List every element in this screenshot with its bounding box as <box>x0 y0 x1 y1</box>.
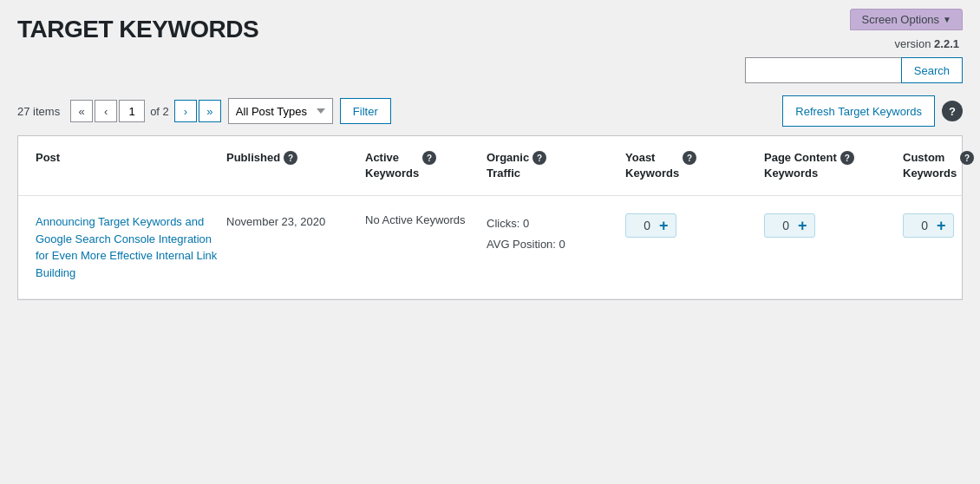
clicks-value: Clicks: 0 <box>487 213 625 233</box>
custom-add-button[interactable]: + <box>935 218 948 233</box>
page-content-help-icon[interactable]: ? <box>840 151 854 165</box>
page-number-input[interactable] <box>119 100 145 122</box>
cell-yoast-keywords: 0 + <box>625 213 764 238</box>
first-page-button[interactable]: « <box>70 100 93 122</box>
screen-options-button[interactable]: Screen Options ▼ <box>850 9 963 30</box>
next-page-button[interactable]: › <box>174 100 197 122</box>
top-right-panel: Screen Options ▼ version 2.2.1 Search <box>745 9 963 83</box>
prev-page-button[interactable]: ‹ <box>95 100 117 122</box>
cell-post: Announcing Target Keywords and Google Se… <box>36 213 226 281</box>
version-number: 2.2.1 <box>934 37 959 50</box>
yoast-count: 0 <box>631 219 657 232</box>
version-label: version 2.2.1 <box>895 37 959 50</box>
custom-count: 0 <box>909 219 935 232</box>
post-title-link[interactable]: Announcing Target Keywords and Google Se… <box>36 215 217 279</box>
col-header-page-content-keywords: Page ContentKeywords ? <box>764 150 903 181</box>
page-content-add-button[interactable]: + <box>796 218 809 233</box>
col-header-post: Post <box>36 150 226 181</box>
active-keywords-help-icon[interactable]: ? <box>422 151 436 165</box>
cell-page-content-keywords: 0 + <box>764 213 903 238</box>
page-of-text: of 2 <box>150 105 169 118</box>
custom-keywords-counter: 0 + <box>903 213 954 238</box>
organic-traffic-help-icon[interactable]: ? <box>532 151 546 165</box>
organic-traffic-values: Clicks: 0 AVG Position: 0 <box>487 213 625 254</box>
table-header: Post Published ? ActiveKeywords ? Organi… <box>18 136 962 196</box>
col-active-keywords-label: ActiveKeywords <box>365 150 419 181</box>
toolbar-right: Refresh Target Keywords ? <box>782 95 963 127</box>
yoast-keywords-counter: 0 + <box>625 213 676 238</box>
screen-options-arrow-icon: ▼ <box>943 15 951 24</box>
col-published-label: Published <box>226 150 280 166</box>
table-row: Announcing Target Keywords and Google Se… <box>18 196 962 299</box>
cell-organic-traffic: Clicks: 0 AVG Position: 0 <box>487 213 625 254</box>
help-icon[interactable]: ? <box>942 101 963 121</box>
col-organic-traffic-label: OrganicTraffic <box>487 150 529 181</box>
cell-custom-keywords: 0 + <box>903 213 980 238</box>
published-help-icon[interactable]: ? <box>284 151 297 165</box>
search-button[interactable]: Search <box>901 57 963 83</box>
screen-options-label: Screen Options <box>861 13 939 26</box>
page-wrapper: TARGET KEYWORDS Screen Options ▼ version… <box>0 0 980 300</box>
col-page-content-label: Page ContentKeywords <box>764 150 837 181</box>
col-header-custom-keywords: CustomKeywords ? <box>903 150 980 181</box>
toolbar-row: 27 items « ‹ of 2 › » All Post Types Fil… <box>0 87 980 135</box>
page-content-keywords-counter: 0 + <box>764 213 815 238</box>
filter-button[interactable]: Filter <box>340 98 391 124</box>
page-total: 2 <box>163 105 169 118</box>
last-page-button[interactable]: » <box>199 100 221 122</box>
col-header-yoast-keywords: YoastKeywords ? <box>625 150 764 181</box>
col-yoast-keywords-label: YoastKeywords <box>625 150 679 181</box>
refresh-target-keywords-button[interactable]: Refresh Target Keywords <box>782 95 935 127</box>
cell-active-keywords: No Active Keywords <box>365 213 487 226</box>
version-info: version 2.2.1 <box>895 37 963 50</box>
pagination: « ‹ of 2 › » <box>70 100 221 122</box>
published-date: November 23, 2020 <box>226 215 325 228</box>
yoast-keywords-help-icon[interactable]: ? <box>683 151 696 165</box>
toolbar-left: 27 items « ‹ of 2 › » All Post Types Fil… <box>17 98 391 124</box>
items-count: 27 items <box>17 105 60 118</box>
search-input[interactable] <box>745 57 901 83</box>
col-custom-keywords-label: CustomKeywords <box>903 150 957 181</box>
col-post-label: Post <box>36 150 60 166</box>
col-header-published: Published ? <box>226 150 365 181</box>
page-content-count: 0 <box>770 219 796 232</box>
search-row: Search <box>745 57 963 83</box>
top-bar: TARGET KEYWORDS Screen Options ▼ version… <box>0 0 980 83</box>
post-type-select[interactable]: All Post Types <box>228 98 333 124</box>
yoast-add-button[interactable]: + <box>657 218 670 233</box>
page-title: TARGET KEYWORDS <box>17 16 258 43</box>
col-header-active-keywords: ActiveKeywords ? <box>365 150 487 181</box>
main-content: Post Published ? ActiveKeywords ? Organi… <box>17 135 963 300</box>
no-active-keywords-label: No Active Keywords <box>365 213 466 226</box>
custom-keywords-help-icon[interactable]: ? <box>960 151 974 165</box>
avg-position-value: AVG Position: 0 <box>487 234 625 254</box>
cell-published: November 23, 2020 <box>226 213 365 231</box>
col-header-organic-traffic: OrganicTraffic ? <box>487 150 625 181</box>
